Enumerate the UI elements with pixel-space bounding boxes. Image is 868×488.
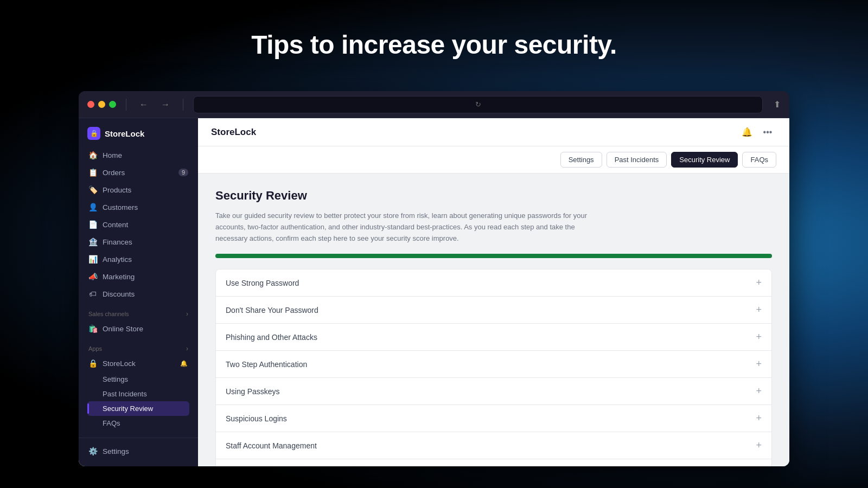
security-item-passkeys[interactable]: Using Passkeys + <box>216 378 771 405</box>
progress-bar-fill <box>215 254 772 258</box>
past-incidents-btn[interactable]: Past Incidents <box>607 152 667 168</box>
sidebar-item-settings[interactable]: ⚙️ Settings <box>83 442 194 460</box>
minimize-button[interactable] <box>98 101 105 108</box>
security-item-use-strong-password[interactable]: Use Strong Password + <box>216 269 771 297</box>
sidebar-item-marketing[interactable]: 📣 Marketing <box>83 268 194 285</box>
browser-window: ← → ↻ ⬆ 🔒 StoreLock 🏠 Home 📋 <box>79 91 789 466</box>
security-list: Use Strong Password + Don't Share Your P… <box>215 269 772 466</box>
app-logo: 🔒 StoreLock <box>79 118 198 146</box>
storelock-icon: 🔒 <box>88 359 97 368</box>
sidebar-item-analytics[interactable]: 📊 Analytics <box>83 251 194 268</box>
forward-button[interactable]: → <box>158 98 173 112</box>
content-icon: 📄 <box>88 220 97 229</box>
reload-icon: ↻ <box>475 100 481 108</box>
sidebar-item-label: Content <box>103 221 128 229</box>
sidebar-nav: 🏠 Home 📋 Orders 9 🏷️ Products 👤 Customer… <box>79 146 198 438</box>
top-bar-actions: Settings Past Incidents Security Review … <box>560 152 776 168</box>
analytics-icon: 📊 <box>88 255 97 264</box>
sub-item-label: Settings <box>103 375 128 383</box>
settings-icon: ⚙️ <box>88 447 97 455</box>
sidebar-item-online-store[interactable]: 🛍️ Online Store <box>83 320 194 337</box>
sub-item-security-review[interactable]: Security Review <box>87 401 189 416</box>
sidebar-item-label: Finances <box>103 238 132 246</box>
sidebar-item-content[interactable]: 📄 Content <box>83 216 194 233</box>
customers-icon: 👤 <box>88 203 97 211</box>
sidebar-item-label: StoreLock <box>103 359 136 368</box>
sidebar-item-label: Products <box>103 186 131 194</box>
sidebar-item-discounts[interactable]: 🏷 Discounts <box>83 285 194 303</box>
sales-channels-arrow: › <box>186 310 188 318</box>
sidebar-item-label: Marketing <box>103 273 135 281</box>
logo-icon: 🔒 <box>87 127 100 140</box>
security-item-label: Don't Share Your Password <box>226 306 318 314</box>
products-icon: 🏷️ <box>88 185 97 194</box>
section-desc: Take our guided security review to bette… <box>215 210 595 244</box>
sidebar-item-products[interactable]: 🏷️ Products <box>83 181 194 198</box>
app-container: 🔒 StoreLock 🏠 Home 📋 Orders 9 🏷️ Product… <box>79 118 789 466</box>
notification-icon: 🔔 <box>180 360 188 367</box>
discounts-icon: 🏷 <box>88 290 97 298</box>
sub-item-past-incidents[interactable]: Past Incidents <box>87 387 189 401</box>
expand-icon: + <box>756 440 762 451</box>
action-bar: Settings Past Incidents Security Review … <box>198 146 789 174</box>
sub-item-settings[interactable]: Settings <box>87 372 189 387</box>
section-title: Security Review <box>215 189 772 203</box>
faqs-btn[interactable]: FAQs <box>742 152 776 168</box>
sidebar-item-label: Orders <box>103 169 125 177</box>
security-item-staff-account[interactable]: Staff Account Management + <box>216 432 771 459</box>
sidebar-item-label: Discounts <box>103 290 135 298</box>
sidebar-item-orders[interactable]: 📋 Orders 9 <box>83 164 194 181</box>
expand-icon: + <box>756 304 762 316</box>
maximize-button[interactable] <box>109 101 116 108</box>
sidebar-item-customers[interactable]: 👤 Customers <box>83 198 194 216</box>
content-body: Security Review Take our guided security… <box>198 174 789 466</box>
share-button[interactable]: ⬆ <box>774 99 781 110</box>
security-item-label: Two Step Authentication <box>226 360 307 369</box>
security-item-phishing[interactable]: Phishing and Other Attacks + <box>216 324 771 351</box>
notification-btn[interactable]: 🔔 <box>738 124 756 141</box>
security-item-suspicious-logins[interactable]: Suspicious Logins + <box>216 405 771 432</box>
sidebar-item-home[interactable]: 🏠 Home <box>83 146 194 164</box>
more-options-btn[interactable]: ••• <box>759 124 776 141</box>
top-bar: StoreLock 🔔 ••• <box>198 118 789 146</box>
marketing-icon: 📣 <box>88 272 97 281</box>
window-controls <box>87 101 116 108</box>
page-title: StoreLock <box>211 127 730 138</box>
divider <box>126 99 126 111</box>
security-item-label: Use Strong Password <box>226 279 299 287</box>
security-item-third-party[interactable]: Third-Party Apps and Code + <box>216 459 771 466</box>
apps-arrow: › <box>186 345 188 352</box>
security-item-label: Suspicious Logins <box>226 414 287 423</box>
expand-icon: + <box>756 358 762 370</box>
sub-item-label: Past Incidents <box>103 390 147 398</box>
sub-item-faqs[interactable]: FAQs <box>87 416 189 431</box>
online-store-icon: 🛍️ <box>88 324 97 333</box>
expand-icon: + <box>756 277 762 288</box>
security-review-btn[interactable]: Security Review <box>671 152 738 168</box>
expand-icon: + <box>756 331 762 343</box>
security-item-label: Staff Account Management <box>226 441 317 450</box>
app-sub-items: Settings Past Incidents Security Review … <box>83 372 194 431</box>
progress-bar-container <box>215 254 772 258</box>
sidebar-item-storelock[interactable]: 🔒 StoreLock 🔔 <box>83 355 194 372</box>
sidebar-item-finances[interactable]: 🏦 Finances <box>83 233 194 251</box>
top-right-bar: 🔔 ••• <box>738 124 776 141</box>
home-icon: 🏠 <box>88 151 97 159</box>
expand-icon: + <box>756 413 762 424</box>
sidebar-item-label: Online Store <box>103 325 143 333</box>
hero-title: Tips to increase your security. <box>0 30 868 60</box>
main-content: StoreLock 🔔 ••• Settings Past Incidents … <box>198 118 789 466</box>
close-button[interactable] <box>87 101 94 108</box>
address-bar[interactable]: ↻ <box>193 96 763 113</box>
divider2 <box>183 99 183 111</box>
finances-icon: 🏦 <box>88 237 97 246</box>
sub-item-label: Security Review <box>103 404 153 413</box>
sidebar-item-label: Customers <box>103 203 138 211</box>
sidebar: 🔒 StoreLock 🏠 Home 📋 Orders 9 🏷️ Product… <box>79 118 198 466</box>
security-item-two-step[interactable]: Two Step Authentication + <box>216 351 771 378</box>
security-item-dont-share-password[interactable]: Don't Share Your Password + <box>216 297 771 324</box>
back-button[interactable]: ← <box>136 98 151 112</box>
sidebar-item-label: Home <box>103 151 122 159</box>
sales-channels-label: Sales channels › <box>83 303 194 320</box>
settings-btn[interactable]: Settings <box>560 152 602 168</box>
